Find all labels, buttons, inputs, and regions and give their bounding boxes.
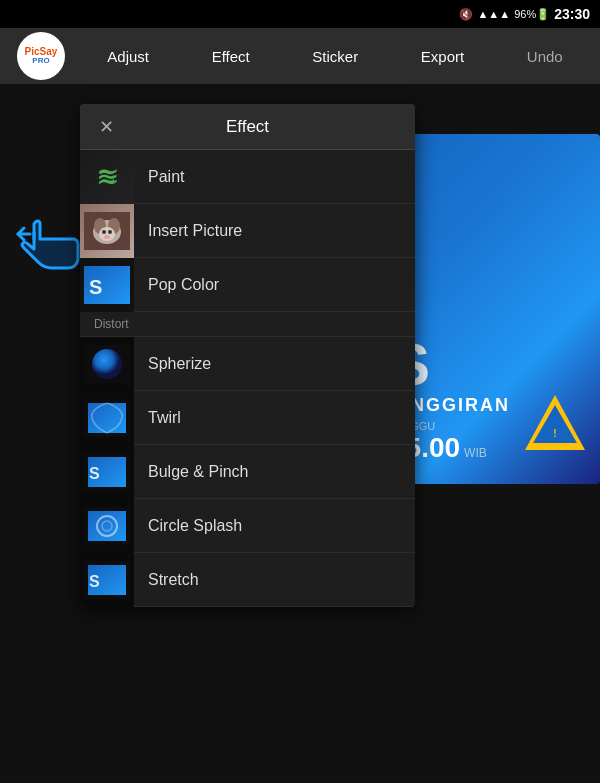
effect-item-stretch[interactable]: S Stretch xyxy=(80,553,415,607)
logo-area: PicSay PRO xyxy=(6,32,76,80)
distort-section-label: Distort xyxy=(80,312,415,337)
battery-icon: 96%🔋 xyxy=(514,8,550,21)
svg-point-10 xyxy=(104,235,110,239)
svg-rect-17 xyxy=(88,403,126,433)
logo: PicSay PRO xyxy=(17,32,65,80)
svg-point-9 xyxy=(108,230,112,234)
svg-text:S: S xyxy=(89,465,100,482)
effect-item-bulge-pinch[interactable]: S Bulge & Pinch xyxy=(80,445,415,499)
spherize-thumb xyxy=(80,337,134,391)
paint-label: Paint xyxy=(148,168,184,186)
adjust-button[interactable]: Adjust xyxy=(95,40,161,73)
pop-color-svg: S xyxy=(84,266,130,304)
effect-item-circle-splash[interactable]: Circle Splash xyxy=(80,499,415,553)
bulge-pinch-label: Bulge & Pinch xyxy=(148,463,249,481)
bg-time-suffix: WIB xyxy=(464,446,487,460)
circle-splash-label: Circle Splash xyxy=(148,517,242,535)
spherize-svg xyxy=(84,345,130,383)
logo-pro: PRO xyxy=(25,57,58,66)
hand-cursor-svg xyxy=(10,204,90,274)
close-button[interactable]: ✕ xyxy=(92,113,120,141)
svg-text:S: S xyxy=(89,573,102,590)
svg-text:S: S xyxy=(89,276,102,298)
mute-icon: 🔇 xyxy=(459,8,473,21)
effect-item-pop-color[interactable]: S Pop Color xyxy=(80,258,415,312)
effect-button[interactable]: Effect xyxy=(200,40,262,73)
svg-text:!: ! xyxy=(553,428,556,439)
insert-picture-label: Insert Picture xyxy=(148,222,242,240)
status-icons: 🔇 ▲▲▲ 96%🔋 23:30 xyxy=(459,6,590,22)
twirl-svg xyxy=(84,399,130,437)
twirl-label: Twirl xyxy=(148,409,181,427)
insert-picture-thumb xyxy=(80,204,134,258)
svg-point-15 xyxy=(92,349,122,379)
main-content: S PINGGIRAN MINGGU 15.00 WIB ! xyxy=(0,84,600,783)
signal-icon: ▲▲▲ xyxy=(477,8,510,20)
paint-thumb: ≋ xyxy=(80,150,134,204)
undo-button[interactable]: Undo xyxy=(515,40,575,73)
effect-panel: ✕ Effect ≋ Paint xyxy=(80,104,415,607)
pop-color-label: Pop Color xyxy=(148,276,219,294)
stretch-label: Stretch xyxy=(148,571,199,589)
bulge-svg: S xyxy=(84,453,130,491)
yellow-triangle: ! xyxy=(525,395,585,450)
svg-point-8 xyxy=(102,230,106,234)
circle-splash-thumb xyxy=(80,499,134,553)
dog-svg xyxy=(84,212,130,250)
stretch-svg: S xyxy=(84,561,130,599)
effect-item-twirl[interactable]: Twirl xyxy=(80,391,415,445)
hand-cursor xyxy=(10,204,90,274)
effect-item-spherize[interactable]: Spherize xyxy=(80,337,415,391)
twirl-thumb xyxy=(80,391,134,445)
panel-header: ✕ Effect xyxy=(80,104,415,150)
stretch-thumb: S xyxy=(80,553,134,607)
status-time: 23:30 xyxy=(554,6,590,22)
circle-splash-svg xyxy=(84,507,130,545)
paint-icon: ≋ xyxy=(98,164,116,190)
bulge-pinch-thumb: S xyxy=(80,445,134,499)
panel-title: Effect xyxy=(226,117,269,137)
effect-item-insert-picture[interactable]: Insert Picture xyxy=(80,204,415,258)
nav-buttons: Adjust Effect Sticker Export Undo xyxy=(76,40,594,73)
top-nav: PicSay PRO Adjust Effect Sticker Export … xyxy=(0,28,600,84)
spherize-label: Spherize xyxy=(148,355,211,373)
pop-color-thumb: S xyxy=(80,258,134,312)
export-button[interactable]: Export xyxy=(409,40,476,73)
status-bar: 🔇 ▲▲▲ 96%🔋 23:30 xyxy=(0,0,600,28)
effect-item-paint[interactable]: ≋ Paint xyxy=(80,150,415,204)
sticker-button[interactable]: Sticker xyxy=(300,40,370,73)
close-icon[interactable]: ✕ xyxy=(99,118,114,136)
